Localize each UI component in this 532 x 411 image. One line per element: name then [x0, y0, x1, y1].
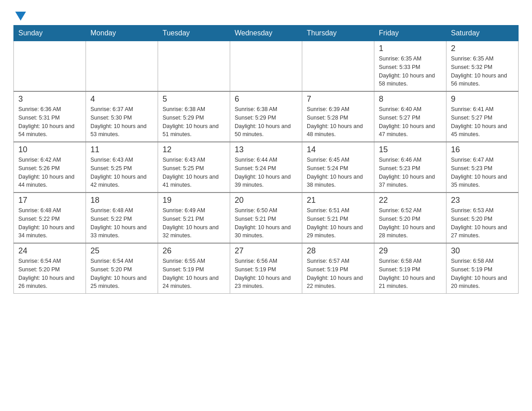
day-number: 26: [163, 246, 225, 256]
day-info: Sunrise: 6:54 AMSunset: 5:20 PMDaylight:…: [90, 257, 153, 291]
calendar-cell: [230, 41, 302, 92]
calendar-cell: 1Sunrise: 6:35 AMSunset: 5:33 PMDaylight…: [374, 41, 446, 92]
logo-triangle-icon: [15, 12, 26, 21]
calendar-week-5: 24Sunrise: 6:54 AMSunset: 5:20 PMDayligh…: [14, 243, 519, 294]
day-info: Sunrise: 6:58 AMSunset: 5:19 PMDaylight:…: [451, 257, 514, 291]
day-number: 27: [235, 246, 297, 256]
day-number: 22: [379, 196, 442, 205]
day-info: Sunrise: 6:44 AMSunset: 5:24 PMDaylight:…: [235, 156, 297, 189]
header-wednesday: Wednesday: [230, 26, 302, 41]
day-number: 24: [18, 246, 81, 256]
day-number: 29: [379, 246, 442, 256]
calendar-week-2: 3Sunrise: 6:36 AMSunset: 5:31 PMDaylight…: [14, 91, 519, 142]
calendar-cell: 12Sunrise: 6:43 AMSunset: 5:25 PMDayligh…: [158, 142, 230, 193]
day-number: 8: [379, 94, 442, 104]
calendar-cell: 21Sunrise: 6:51 AMSunset: 5:21 PMDayligh…: [302, 193, 374, 243]
calendar-cell: [302, 41, 374, 92]
day-info: Sunrise: 6:42 AMSunset: 5:26 PMDaylight:…: [18, 156, 81, 189]
day-number: 21: [307, 196, 369, 205]
header-friday: Friday: [374, 26, 446, 41]
calendar-cell: 30Sunrise: 6:58 AMSunset: 5:19 PMDayligh…: [446, 243, 519, 294]
calendar-cell: 29Sunrise: 6:58 AMSunset: 5:19 PMDayligh…: [374, 243, 446, 294]
calendar-cell: 20Sunrise: 6:50 AMSunset: 5:21 PMDayligh…: [230, 193, 302, 243]
day-number: 16: [451, 145, 514, 154]
calendar-cell: 26Sunrise: 6:55 AMSunset: 5:19 PMDayligh…: [158, 243, 230, 294]
day-number: 12: [163, 145, 225, 154]
logo-icon: [13, 13, 26, 21]
calendar-cell: 15Sunrise: 6:46 AMSunset: 5:23 PMDayligh…: [374, 142, 446, 193]
day-number: 23: [451, 196, 514, 205]
calendar-week-1: 1Sunrise: 6:35 AMSunset: 5:33 PMDaylight…: [14, 41, 519, 92]
header-monday: Monday: [86, 26, 158, 41]
calendar-cell: 14Sunrise: 6:45 AMSunset: 5:24 PMDayligh…: [302, 142, 374, 193]
day-info: Sunrise: 6:47 AMSunset: 5:23 PMDaylight:…: [451, 156, 514, 189]
header-thursday: Thursday: [302, 26, 374, 41]
calendar-cell: 6Sunrise: 6:38 AMSunset: 5:29 PMDaylight…: [230, 91, 302, 142]
day-number: 18: [90, 196, 153, 205]
day-info: Sunrise: 6:46 AMSunset: 5:23 PMDaylight:…: [379, 156, 442, 189]
day-number: 9: [451, 94, 514, 104]
calendar-cell: 9Sunrise: 6:41 AMSunset: 5:27 PMDaylight…: [446, 91, 519, 142]
calendar-cell: 11Sunrise: 6:43 AMSunset: 5:25 PMDayligh…: [86, 142, 158, 193]
day-info: Sunrise: 6:50 AMSunset: 5:21 PMDaylight:…: [235, 206, 297, 240]
day-info: Sunrise: 6:39 AMSunset: 5:28 PMDaylight:…: [307, 105, 369, 139]
day-info: Sunrise: 6:37 AMSunset: 5:30 PMDaylight:…: [90, 105, 153, 139]
day-info: Sunrise: 6:41 AMSunset: 5:27 PMDaylight:…: [451, 105, 514, 139]
day-info: Sunrise: 6:35 AMSunset: 5:32 PMDaylight:…: [451, 55, 514, 88]
calendar-cell: 8Sunrise: 6:40 AMSunset: 5:27 PMDaylight…: [374, 91, 446, 142]
calendar-cell: 28Sunrise: 6:57 AMSunset: 5:19 PMDayligh…: [302, 243, 374, 294]
logo-row1: [13, 13, 26, 21]
day-info: Sunrise: 6:53 AMSunset: 5:20 PMDaylight:…: [451, 206, 514, 240]
day-number: 6: [235, 94, 297, 104]
day-number: 1: [379, 44, 442, 53]
day-info: Sunrise: 6:56 AMSunset: 5:19 PMDaylight:…: [235, 257, 297, 291]
day-info: Sunrise: 6:51 AMSunset: 5:21 PMDaylight:…: [307, 206, 369, 240]
day-info: Sunrise: 6:38 AMSunset: 5:29 PMDaylight:…: [163, 105, 225, 139]
calendar-cell: 16Sunrise: 6:47 AMSunset: 5:23 PMDayligh…: [446, 142, 519, 193]
calendar-cell: 25Sunrise: 6:54 AMSunset: 5:20 PMDayligh…: [86, 243, 158, 294]
day-number: 15: [379, 145, 442, 154]
calendar-cell: 18Sunrise: 6:48 AMSunset: 5:22 PMDayligh…: [86, 193, 158, 243]
day-number: 30: [451, 246, 514, 256]
day-number: 11: [90, 145, 153, 154]
calendar-cell: 27Sunrise: 6:56 AMSunset: 5:19 PMDayligh…: [230, 243, 302, 294]
calendar-week-3: 10Sunrise: 6:42 AMSunset: 5:26 PMDayligh…: [14, 142, 519, 193]
calendar-table: Sunday Monday Tuesday Wednesday Thursday…: [13, 25, 519, 294]
day-info: Sunrise: 6:48 AMSunset: 5:22 PMDaylight:…: [18, 206, 81, 240]
day-number: 25: [90, 246, 153, 256]
calendar-cell: 7Sunrise: 6:39 AMSunset: 5:28 PMDaylight…: [302, 91, 374, 142]
day-info: Sunrise: 6:35 AMSunset: 5:33 PMDaylight:…: [379, 55, 442, 88]
day-number: 10: [18, 145, 81, 154]
day-info: Sunrise: 6:57 AMSunset: 5:19 PMDaylight:…: [307, 257, 369, 291]
calendar-header: Sunday Monday Tuesday Wednesday Thursday…: [14, 26, 519, 41]
calendar-cell: 10Sunrise: 6:42 AMSunset: 5:26 PMDayligh…: [14, 142, 86, 193]
calendar-cell: 3Sunrise: 6:36 AMSunset: 5:31 PMDaylight…: [14, 91, 86, 142]
calendar-cell: 13Sunrise: 6:44 AMSunset: 5:24 PMDayligh…: [230, 142, 302, 193]
day-info: Sunrise: 6:40 AMSunset: 5:27 PMDaylight:…: [379, 105, 442, 139]
calendar-cell: [14, 41, 86, 92]
day-info: Sunrise: 6:52 AMSunset: 5:20 PMDaylight:…: [379, 206, 442, 240]
day-number: 4: [90, 94, 153, 104]
day-number: 2: [451, 44, 514, 53]
day-info: Sunrise: 6:36 AMSunset: 5:31 PMDaylight:…: [18, 105, 81, 139]
calendar-cell: [86, 41, 158, 92]
calendar-week-4: 17Sunrise: 6:48 AMSunset: 5:22 PMDayligh…: [14, 193, 519, 243]
calendar-cell: 22Sunrise: 6:52 AMSunset: 5:20 PMDayligh…: [374, 193, 446, 243]
day-info: Sunrise: 6:48 AMSunset: 5:22 PMDaylight:…: [90, 206, 153, 240]
day-info: Sunrise: 6:43 AMSunset: 5:25 PMDaylight:…: [90, 156, 153, 189]
day-number: 20: [235, 196, 297, 205]
day-info: Sunrise: 6:45 AMSunset: 5:24 PMDaylight:…: [307, 156, 369, 189]
calendar-cell: 4Sunrise: 6:37 AMSunset: 5:30 PMDaylight…: [86, 91, 158, 142]
day-number: 28: [307, 246, 369, 256]
calendar-cell: 2Sunrise: 6:35 AMSunset: 5:32 PMDaylight…: [446, 41, 519, 92]
day-number: 3: [18, 94, 81, 104]
calendar-cell: 23Sunrise: 6:53 AMSunset: 5:20 PMDayligh…: [446, 193, 519, 243]
day-number: 14: [307, 145, 369, 154]
calendar-cell: 19Sunrise: 6:49 AMSunset: 5:21 PMDayligh…: [158, 193, 230, 243]
header-saturday: Saturday: [446, 26, 519, 41]
day-number: 19: [163, 196, 225, 205]
weekday-row: Sunday Monday Tuesday Wednesday Thursday…: [14, 26, 519, 41]
header: [13, 9, 519, 21]
day-info: Sunrise: 6:54 AMSunset: 5:20 PMDaylight:…: [18, 257, 81, 291]
calendar-cell: 24Sunrise: 6:54 AMSunset: 5:20 PMDayligh…: [14, 243, 86, 294]
